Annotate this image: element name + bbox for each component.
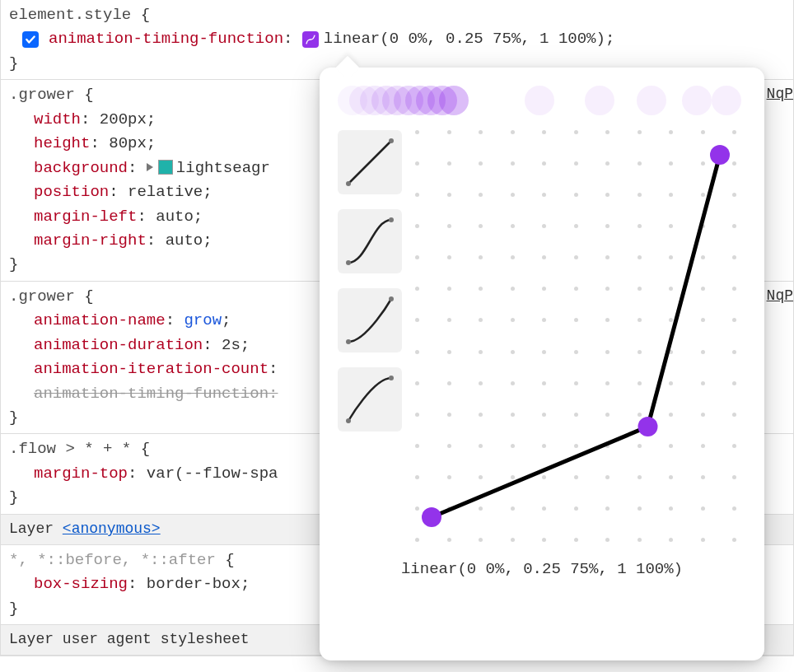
preview-ball: [439, 86, 469, 115]
source-link[interactable]: NqP: [767, 83, 793, 106]
preview-ball: [525, 86, 554, 115]
property-value[interactable]: linear(0 0%, 0.25 75%, 1 100%): [324, 30, 605, 48]
source-link[interactable]: NqP: [767, 285, 793, 308]
color-swatch-icon[interactable]: [158, 160, 173, 175]
easing-value-display: linear(0 0%, 0.25 75%, 1 100%): [338, 560, 746, 578]
preset-ease-out[interactable]: [338, 367, 402, 432]
layer-label: Layer: [9, 520, 54, 537]
svg-point-0: [346, 181, 351, 186]
svg-point-1: [389, 138, 394, 143]
preview-ball: [637, 86, 666, 115]
property-row[interactable]: animation-timing-function: linear(0 0%, …: [9, 27, 785, 51]
preview-ball: [712, 86, 741, 115]
svg-point-5: [389, 296, 394, 301]
layer-label: Layer user agent stylesheet: [9, 631, 250, 647]
svg-point-6: [346, 418, 351, 423]
preview-ball: [585, 86, 614, 115]
animation-preview: [338, 84, 746, 117]
preview-ball: [682, 86, 712, 115]
preset-ease-in-out[interactable]: [338, 209, 402, 273]
svg-point-7: [389, 376, 394, 380]
easing-swatch-icon[interactable]: [302, 31, 319, 48]
brace-open: {: [141, 6, 150, 24]
property-name[interactable]: animation-timing-function: [49, 30, 283, 48]
preset-list: [338, 130, 405, 542]
layer-link[interactable]: <anonymous>: [63, 520, 161, 537]
svg-point-2: [346, 260, 351, 265]
svg-point-4: [346, 339, 351, 344]
svg-point-3: [389, 217, 394, 222]
property-enabled-checkbox[interactable]: [22, 31, 39, 48]
selector: *, *::before, *::after: [9, 551, 216, 569]
expand-triangle-icon[interactable]: [147, 163, 153, 171]
curve-handle[interactable]: [710, 145, 730, 165]
selector: element.style: [9, 6, 131, 24]
selector: .grower: [9, 86, 75, 104]
easing-curve[interactable]: [432, 155, 720, 517]
selector: .flow > * + *: [9, 440, 131, 458]
curve-handle[interactable]: [422, 507, 441, 527]
curve-handle[interactable]: [638, 417, 658, 436]
easing-editor-popover: linear(0 0%, 0.25 75%, 1 100%): [320, 68, 764, 660]
brace-close: }: [9, 54, 18, 72]
curve-editor[interactable]: [415, 130, 746, 542]
selector: .grower: [9, 287, 75, 306]
preset-ease-in[interactable]: [338, 288, 402, 352]
preset-linear[interactable]: [338, 130, 402, 194]
curve-svg[interactable]: [415, 130, 736, 542]
